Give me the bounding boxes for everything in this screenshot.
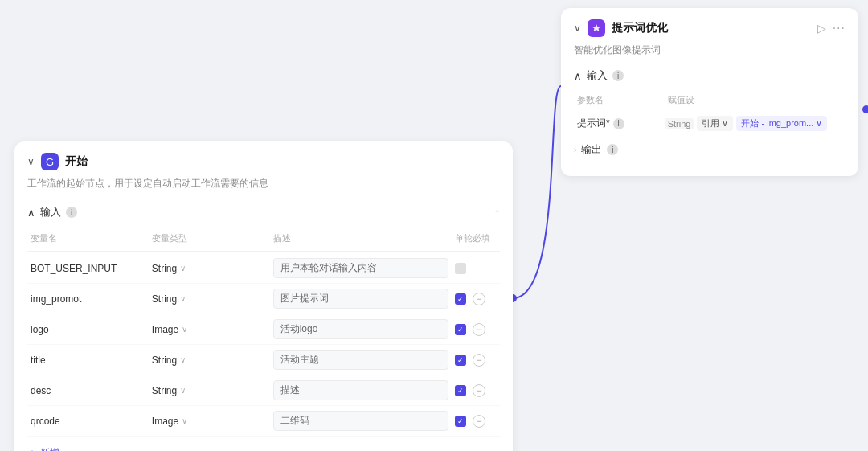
checkbox-1[interactable]: [455, 293, 466, 305]
remove-row-4[interactable]: −: [473, 384, 485, 397]
param-value-select[interactable]: 开始 - img_prom... ∨: [736, 116, 827, 131]
table-header: 变量名 变量类型 描述 单轮必填: [27, 226, 500, 252]
table-row: qrcode Image ∨ 二维码 −: [27, 406, 500, 437]
param-name-header: 参数名: [574, 92, 665, 108]
value-chevron: ∨: [816, 118, 822, 129]
start-collapse-icon[interactable]: ∨: [27, 156, 35, 167]
start-card-header: ∨ G 开始: [14, 141, 513, 177]
input-info-icon: i: [66, 207, 77, 218]
var-desc-4: 描述: [270, 380, 452, 400]
input-section-header[interactable]: ∧ 输入 i ↑: [14, 199, 513, 226]
output-collapse-icon: ›: [574, 146, 576, 154]
desc-input-0[interactable]: 用户本轮对话输入内容: [273, 258, 448, 278]
desc-input-4[interactable]: 描述: [273, 380, 448, 400]
remove-row-3[interactable]: −: [473, 354, 485, 367]
desc-input-5[interactable]: 二维码: [273, 411, 448, 431]
params-row-0: 提示词* i String 引用 ∨ 开始 - img_prom... ∨: [574, 111, 845, 136]
input-params-label: 输入: [587, 68, 608, 83]
var-desc-0: 用户本轮对话输入内容: [270, 258, 452, 278]
output-info-icon: i: [607, 144, 618, 155]
plus-icon: ＋: [27, 446, 37, 451]
col-desc-header: 描述: [270, 229, 452, 248]
param-ref-select[interactable]: 引用 ∨: [697, 116, 733, 131]
desc-input-3[interactable]: 活动主题: [273, 350, 448, 370]
param-type-badge: String: [665, 118, 694, 129]
table-row: logo Image ∨ 活动logo −: [27, 314, 500, 345]
var-type-0[interactable]: String ∨: [149, 263, 270, 274]
chevron-icon: ∨: [182, 325, 187, 334]
params-table: 参数名 赋值设 提示词* i String 引用 ∨ 开始 - img_prom…: [561, 89, 858, 136]
col-required-header: 单轮必填: [452, 229, 500, 248]
prompt-header-actions: ▷ ···: [817, 21, 845, 35]
input-table: 变量名 变量类型 描述 单轮必填 BOT_USER_INPUT String ∨…: [14, 226, 513, 437]
params-info-icon: i: [612, 70, 624, 81]
more-icon[interactable]: ···: [833, 21, 845, 35]
var-name-2: logo: [27, 324, 149, 335]
checkbox-5[interactable]: [455, 416, 466, 427]
input-params-section[interactable]: ∧ 输入 i: [561, 65, 858, 86]
var-type-4[interactable]: String ∨: [149, 385, 270, 396]
start-card-title: 开始: [65, 154, 88, 169]
var-desc-5: 二维码: [270, 411, 452, 431]
var-name-5: qrcode: [27, 416, 149, 427]
var-desc-3: 活动主题: [270, 350, 452, 370]
table-row: BOT_USER_INPUT String ∨ 用户本轮对话输入内容: [27, 253, 500, 284]
required-cell-5: −: [452, 415, 500, 428]
input-section-label: 输入: [40, 205, 61, 219]
remove-row-5[interactable]: −: [473, 415, 485, 428]
table-row: title String ∨ 活动主题 −: [27, 345, 500, 375]
svg-point-1: [862, 105, 868, 113]
param-info-icon: i: [613, 118, 624, 129]
var-name-1: img_promot: [27, 293, 149, 305]
prompt-collapse-icon[interactable]: ∨: [574, 23, 581, 34]
table-row: img_promot String ∨ 图片提示词 −: [27, 284, 500, 314]
start-card-subtitle: 工作流的起始节点，用于设定自动启动工作流需要的信息: [14, 177, 513, 199]
ref-chevron: ∨: [722, 118, 728, 129]
var-type-2[interactable]: Image ∨: [149, 324, 270, 335]
checkbox-0[interactable]: [455, 263, 466, 274]
canvas: ∨ G 开始 工作流的起始节点，用于设定自动启动工作流需要的信息 ∧ 输入 i …: [0, 0, 868, 451]
param-value-container-0: String 引用 ∨ 开始 - img_prom... ∨: [665, 116, 845, 131]
play-icon[interactable]: ▷: [817, 22, 826, 35]
prompt-header-left: ∨ 提示词优化: [574, 19, 668, 37]
chevron-icon: ∨: [180, 294, 186, 303]
var-name-3: title: [27, 355, 149, 366]
checkbox-4[interactable]: [455, 385, 466, 396]
prompt-card-title: 提示词优化: [612, 21, 668, 35]
param-name-0: 提示词* i: [574, 117, 665, 130]
desc-input-1[interactable]: 图片提示词: [273, 289, 448, 309]
prompt-card: ∨ 提示词优化 ▷ ··· 智能优化图像提示词 ∧ 输入 i: [561, 8, 858, 176]
input-params-collapse: ∧: [574, 70, 582, 82]
chevron-icon: ∨: [180, 386, 186, 395]
var-type-3[interactable]: String ∨: [149, 355, 270, 366]
required-cell-3: −: [452, 354, 500, 367]
var-type-1[interactable]: String ∨: [149, 293, 270, 305]
var-name-0: BOT_USER_INPUT: [27, 263, 149, 274]
remove-row-2[interactable]: −: [473, 323, 485, 336]
desc-input-2[interactable]: 活动logo: [273, 319, 448, 339]
checkbox-3[interactable]: [455, 355, 466, 366]
col-vartype-header: 变量类型: [149, 229, 270, 248]
chevron-icon: ∨: [180, 355, 186, 364]
start-card: ∨ G 开始 工作流的起始节点，用于设定自动启动工作流需要的信息 ∧ 输入 i …: [14, 141, 513, 451]
required-cell-0: [452, 263, 500, 274]
prompt-node-icon: [588, 19, 605, 37]
col-varname-header: 变量名: [27, 229, 149, 248]
var-desc-1: 图片提示词: [270, 289, 452, 309]
required-cell-1: −: [452, 293, 500, 305]
required-cell-2: −: [452, 323, 500, 336]
params-header: 参数名 赋值设: [574, 89, 845, 111]
output-section[interactable]: › 输出 i: [561, 136, 858, 163]
var-name-4: desc: [27, 385, 149, 396]
checkbox-2[interactable]: [455, 324, 466, 335]
export-icon[interactable]: ↑: [494, 206, 500, 219]
var-type-5[interactable]: Image ∨: [149, 416, 270, 427]
required-cell-4: −: [452, 384, 500, 397]
add-row-button[interactable]: ＋ 新增: [14, 440, 513, 451]
param-value-header: 赋值设: [665, 92, 845, 108]
remove-row-1[interactable]: −: [473, 293, 485, 305]
var-desc-2: 活动logo: [270, 319, 452, 339]
table-row: desc String ∨ 描述 −: [27, 375, 500, 406]
prompt-card-header: ∨ 提示词优化 ▷ ···: [561, 8, 858, 43]
input-section-left: ∧ 输入 i: [27, 205, 77, 219]
